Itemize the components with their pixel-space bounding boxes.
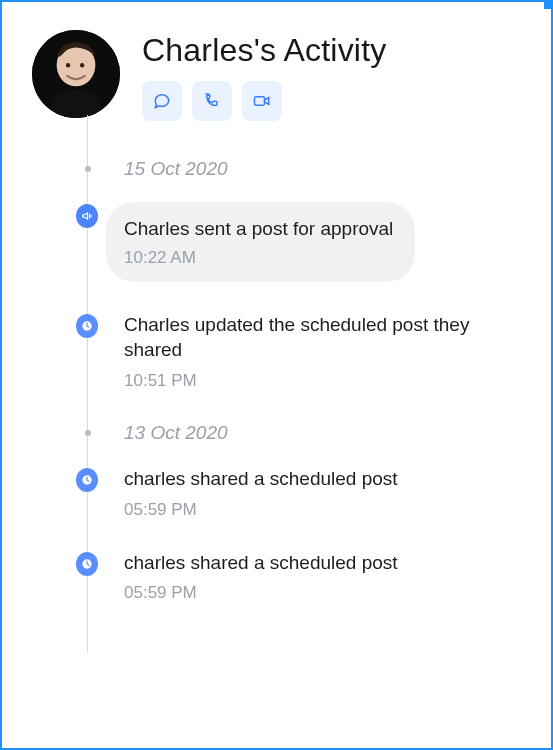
clock-icon: [80, 319, 94, 333]
entry-body: Charles updated the scheduled post they …: [124, 312, 521, 391]
entry-text: charles shared a scheduled post: [124, 550, 521, 576]
date-label: 15 Oct 2020: [124, 157, 521, 180]
entry-time: 10:51 PM: [124, 371, 521, 391]
entry-text: Charles updated the scheduled post they …: [124, 312, 521, 363]
activity-panel: Charles's Activity: [2, 2, 551, 653]
entry-time: 05:59 PM: [124, 583, 521, 603]
activity-panel-frame: Charles's Activity: [0, 0, 553, 750]
avatar-image: [32, 30, 120, 118]
timeline-entry[interactable]: charles shared a scheduled post 05:59 PM: [78, 550, 521, 604]
clock-icon: [80, 557, 94, 571]
chat-button[interactable]: [142, 81, 182, 121]
megaphone-badge: [76, 204, 98, 228]
timeline-marker: [78, 314, 98, 338]
date-label: 13 Oct 2020: [124, 421, 521, 444]
activity-header: Charles's Activity: [32, 30, 521, 121]
timeline-marker: [78, 468, 98, 492]
avatar: [32, 30, 120, 118]
timeline-entry[interactable]: charles shared a scheduled post 05:59 PM: [78, 466, 521, 520]
clock-badge: [76, 468, 98, 492]
svg-point-3: [80, 63, 84, 68]
entry-body: charles shared a scheduled post 05:59 PM: [124, 466, 521, 520]
svg-rect-4: [255, 97, 265, 105]
clock-badge: [76, 314, 98, 338]
highlighted-entry: Charles sent a post for approval 10:22 A…: [106, 202, 415, 282]
timeline-date: 13 Oct 2020: [78, 421, 521, 444]
resize-handle[interactable]: [544, 0, 553, 9]
timeline-entry[interactable]: Charles sent a post for approval 10:22 A…: [78, 202, 521, 282]
timeline-date: 15 Oct 2020: [78, 157, 521, 180]
video-icon: [252, 91, 272, 111]
page-title: Charles's Activity: [142, 32, 521, 69]
clock-badge: [76, 552, 98, 576]
timeline-marker: [78, 552, 98, 576]
entry-text: charles shared a scheduled post: [124, 466, 521, 492]
entry-time: 10:22 AM: [124, 248, 393, 268]
call-button[interactable]: [192, 81, 232, 121]
timeline: 15 Oct 2020 Charles sent a post for appr…: [78, 157, 521, 653]
megaphone-icon: [81, 210, 93, 222]
action-row: [142, 81, 521, 121]
timeline-marker: [78, 204, 98, 228]
chat-icon: [152, 91, 172, 111]
entry-time: 05:59 PM: [124, 500, 521, 520]
video-button[interactable]: [242, 81, 282, 121]
phone-icon: [202, 91, 222, 111]
entry-body: charles shared a scheduled post 05:59 PM: [124, 550, 521, 604]
timeline-dot: [78, 159, 98, 172]
svg-point-2: [66, 63, 70, 68]
clock-icon: [80, 473, 94, 487]
header-text: Charles's Activity: [142, 30, 521, 121]
timeline-entry[interactable]: Charles updated the scheduled post they …: [78, 312, 521, 391]
entry-text: Charles sent a post for approval: [124, 216, 393, 242]
timeline-dot: [78, 423, 98, 436]
